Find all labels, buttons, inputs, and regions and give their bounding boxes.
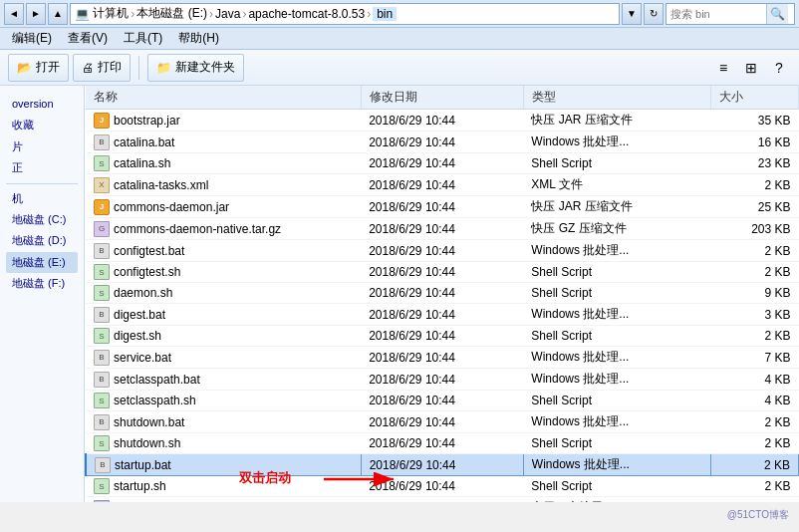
menu-help[interactable]: 帮助(H)	[170, 28, 227, 49]
file-size: 2 KB	[711, 454, 799, 476]
file-name: S setclasspath.sh	[86, 391, 361, 411]
file-date: 2018/6/29 10:44	[361, 262, 523, 283]
file-size: 1,953 KB	[711, 497, 799, 503]
col-header-type[interactable]: 类型	[523, 86, 710, 110]
table-row[interactable]: J commons-daemon.jar 2018/6/29 10:44 快压 …	[86, 196, 799, 218]
main-area: oversion 收藏 片 正 机 地磁盘 (C:) 地磁盘 (D:) 地磁盘 …	[0, 86, 799, 502]
sidebar-item-e[interactable]: 地磁盘 (E:)	[6, 252, 78, 273]
refresh-button[interactable]: ↻	[644, 3, 664, 25]
file-size: 2 KB	[711, 174, 799, 196]
file-date: 2018/6/29 10:44	[361, 454, 523, 476]
table-row[interactable]: S daemon.sh 2018/6/29 10:44 Shell Script…	[86, 283, 799, 304]
file-size: 4 KB	[711, 391, 799, 411]
sidebar-item-computer[interactable]: 机	[6, 188, 78, 209]
table-row[interactable]: S setclasspath.sh 2018/6/29 10:44 Shell …	[86, 391, 799, 411]
table-row[interactable]: B catalina.bat 2018/6/29 10:44 Windows 批…	[86, 132, 799, 153]
file-date: 2018/6/29 10:44	[361, 304, 523, 326]
table-row[interactable]: S shutdown.sh 2018/6/29 10:44 Shell Scri…	[86, 433, 799, 454]
file-size: 9 KB	[711, 283, 799, 304]
table-row[interactable]: B configtest.bat 2018/6/29 10:44 Windows…	[86, 240, 799, 262]
file-type: Windows 批处理...	[523, 240, 710, 262]
sidebar-item-favorites[interactable]: 收藏	[6, 115, 78, 135]
open-button[interactable]: 📂 打开	[8, 54, 69, 82]
print-icon: 🖨	[82, 61, 94, 75]
table-row[interactable]: G commons-daemon-native.tar.gz 2018/6/29…	[86, 218, 799, 240]
file-date: 2018/6/29 10:44	[361, 218, 523, 240]
file-name: S startup.sh	[86, 476, 361, 497]
new-folder-button[interactable]: 📁 新建文件夹	[147, 54, 244, 82]
file-name: S digest.sh	[86, 326, 361, 347]
file-size: 2 KB	[711, 262, 799, 283]
sidebar-item-c[interactable]: 地磁盘 (C:)	[6, 209, 78, 230]
file-name: B digest.bat	[86, 304, 361, 326]
table-row[interactable]: B shutdown.bat 2018/6/29 10:44 Windows 批…	[86, 411, 799, 433]
file-date: 2018/6/29 10:44	[361, 497, 523, 503]
file-date: 2018/6/29 10:44	[361, 110, 523, 132]
search-button[interactable]: 🔍	[766, 4, 788, 24]
sidebar-item-f[interactable]: 地磁盘 (F:)	[6, 273, 78, 294]
help-button[interactable]: ?	[767, 56, 791, 80]
toolbar-right: ≡ ⊞ ?	[711, 56, 791, 80]
col-header-name[interactable]: 名称	[86, 86, 361, 110]
watermark: @51CTO博客	[727, 508, 789, 522]
sidebar-item-d[interactable]: 地磁盘 (D:)	[6, 230, 78, 251]
menu-edit[interactable]: 编辑(E)	[4, 28, 60, 49]
sidebar-item-lib[interactable]: 片	[6, 136, 78, 157]
file-date: 2018/6/29 10:44	[361, 196, 523, 218]
file-size: 203 KB	[711, 218, 799, 240]
search-input[interactable]	[666, 8, 766, 20]
file-type: Windows 批处理...	[523, 347, 710, 369]
file-date: 2018/6/29 10:44	[361, 411, 523, 433]
breadcrumb-drive[interactable]: 本地磁盘 (E:)	[136, 5, 207, 22]
file-size: 2 KB	[711, 433, 799, 454]
file-size: 3 KB	[711, 304, 799, 326]
sidebar-item-oversion[interactable]: oversion	[6, 94, 78, 115]
table-row[interactable]: S digest.sh 2018/6/29 10:44 Shell Script…	[86, 326, 799, 347]
table-row[interactable]: B digest.bat 2018/6/29 10:44 Windows 批处理…	[86, 304, 799, 326]
toolbar: 📂 打开 🖨 打印 📁 新建文件夹 ≡ ⊞ ?	[0, 50, 799, 86]
address-dropdown-button[interactable]: ▼	[622, 3, 642, 25]
file-type: Shell Script	[523, 283, 710, 304]
table-row[interactable]: X catalina-tasks.xml 2018/6/29 10:44 XML…	[86, 174, 799, 196]
up-button[interactable]: ▲	[48, 3, 68, 25]
sidebar: oversion 收藏 片 正 机 地磁盘 (C:) 地磁盘 (D:) 地磁盘 …	[0, 86, 85, 502]
sidebar-item-qs[interactable]: 正	[6, 157, 78, 178]
breadcrumb-java[interactable]: Java	[215, 7, 240, 21]
table-row[interactable]: J bootstrap.jar 2018/6/29 10:44 快压 JAR 压…	[86, 110, 799, 132]
breadcrumb-computer[interactable]: 💻 计算机	[75, 5, 129, 22]
table-row[interactable]: S catalina.sh 2018/6/29 10:44 Shell Scri…	[86, 153, 799, 174]
file-name: B service.bat	[86, 347, 361, 369]
print-button[interactable]: 🖨 打印	[73, 54, 131, 82]
table-header: 名称 修改日期 类型 大小	[86, 86, 799, 110]
file-type: 快压 JAR 压缩文件	[523, 196, 710, 218]
file-name: B startup.bat	[86, 454, 361, 476]
view-tiles-button[interactable]: ⊞	[739, 56, 763, 80]
table-row[interactable]: S configtest.sh 2018/6/29 10:44 Shell Sc…	[86, 262, 799, 283]
file-type: Shell Script	[523, 476, 710, 497]
file-size: 2 KB	[711, 326, 799, 347]
file-type: Shell Script	[523, 153, 710, 174]
menu-tools[interactable]: 工具(T)	[116, 28, 170, 49]
table-row[interactable]: B service.bat 2018/6/29 10:44 Windows 批处…	[86, 347, 799, 369]
col-header-size[interactable]: 大小	[711, 86, 799, 110]
back-button[interactable]: ◄	[4, 3, 24, 25]
file-date: 2018/6/29 10:44	[361, 132, 523, 153]
table-row[interactable]: S startup.sh 2018/6/29 10:44 Shell Scrip…	[86, 476, 799, 497]
file-type: Windows 批处理...	[523, 454, 710, 476]
table-row[interactable]: B startup.bat 2018/6/29 10:44 Windows 批处…	[86, 454, 799, 476]
menu-view[interactable]: 查看(V)	[60, 28, 116, 49]
breadcrumb-tomcat[interactable]: apache-tomcat-8.0.53	[248, 7, 365, 21]
col-header-date[interactable]: 修改日期	[361, 86, 523, 110]
breadcrumb-bin[interactable]: bin	[373, 7, 397, 21]
file-type: Shell Script	[523, 262, 710, 283]
file-date: 2018/6/29 10:44	[361, 433, 523, 454]
file-size: 2 KB	[711, 411, 799, 433]
forward-button[interactable]: ►	[26, 3, 46, 25]
file-name: B configtest.bat	[86, 240, 361, 262]
file-type: 应用程序扩展	[523, 497, 710, 503]
table-row[interactable]: D tcnative-1.dll 2018/6/29 10:44 应用程序扩展 …	[86, 497, 799, 503]
table-row[interactable]: B setclasspath.bat 2018/6/29 10:44 Windo…	[86, 369, 799, 391]
toolbar-separator	[138, 56, 139, 80]
open-icon: 📂	[17, 61, 32, 75]
view-details-button[interactable]: ≡	[711, 56, 735, 80]
